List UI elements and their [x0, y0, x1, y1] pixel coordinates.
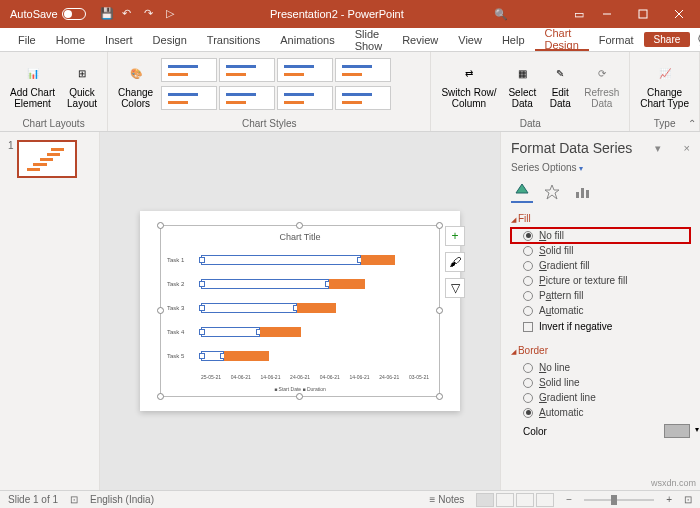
minimize-button[interactable]	[590, 3, 624, 25]
refresh-data-label: Refresh Data	[584, 87, 619, 109]
notes-button[interactable]: ≡ Notes	[430, 494, 465, 505]
series-options-dropdown[interactable]: Series Options	[511, 162, 690, 173]
chart-filters-button[interactable]: ▽	[445, 278, 465, 298]
border-section-title[interactable]: Border	[511, 345, 690, 356]
chart-plot-area[interactable]: Task 1 Task 2 Task 3 Task 4 Task 5	[201, 248, 429, 368]
save-icon[interactable]: 💾	[100, 7, 114, 21]
switch-row-column-button[interactable]: ⇄ Switch Row/ Column	[437, 59, 500, 111]
selection-handle[interactable]	[436, 393, 443, 400]
autosave-toggle[interactable]: AutoSave	[4, 8, 92, 20]
selection-handle[interactable]	[296, 222, 303, 229]
tab-insert[interactable]: Insert	[95, 28, 143, 51]
chart-styles-button[interactable]: 🖌	[445, 252, 465, 272]
tab-design[interactable]: Design	[143, 28, 197, 51]
effects-icon[interactable]	[541, 181, 563, 203]
tab-transitions[interactable]: Transitions	[197, 28, 270, 51]
radio-gradient-line[interactable]: Gradient line	[511, 390, 690, 405]
color-swatch[interactable]	[664, 424, 690, 438]
tab-chart-design[interactable]: Chart Design	[535, 28, 589, 51]
chart-style-2[interactable]	[219, 58, 275, 82]
x-axis: 25-05-2104-06-2114-06-2124-06-2104-06-21…	[201, 374, 429, 380]
fit-to-window-button[interactable]: ⊡	[684, 494, 692, 505]
pane-options-icon[interactable]: ▾	[655, 142, 661, 155]
zoom-slider[interactable]	[584, 499, 654, 501]
change-colors-button[interactable]: 🎨 Change Colors	[114, 59, 157, 111]
radio-no-fill[interactable]: No fill	[511, 228, 690, 243]
border-color-picker[interactable]: Color	[511, 420, 690, 442]
select-data-button[interactable]: ▦ Select Data	[504, 59, 540, 111]
change-chart-type-button[interactable]: 📈 Change Chart Type	[636, 59, 693, 111]
selection-handle[interactable]	[436, 222, 443, 229]
quick-layout-button[interactable]: ⊞ Quick Layout	[63, 59, 101, 111]
tab-format[interactable]: Format	[589, 28, 644, 51]
radio-automatic-fill[interactable]: Automatic	[511, 303, 690, 318]
slide-canvas[interactable]: Chart Title Task 1 Task 2 Task 3 Task 4 …	[140, 211, 460, 411]
ribbon-group-type-label: Type	[636, 116, 693, 129]
close-button[interactable]	[662, 3, 696, 25]
zoom-out-button[interactable]: −	[566, 494, 572, 505]
reading-view-button[interactable]	[516, 493, 534, 507]
chart-style-1[interactable]	[161, 58, 217, 82]
svg-rect-5	[576, 192, 579, 198]
category-label: Task 5	[167, 353, 184, 359]
start-icon[interactable]: ▷	[166, 7, 180, 21]
radio-no-line[interactable]: No line	[511, 360, 690, 375]
chart-legend[interactable]: ■ Start Date ■ Duration	[161, 386, 439, 392]
tab-file[interactable]: File	[8, 28, 46, 51]
chart-style-8[interactable]	[335, 86, 391, 110]
close-pane-icon[interactable]: ×	[684, 142, 690, 154]
accessibility-icon[interactable]: ⊡	[70, 494, 78, 505]
tab-slideshow[interactable]: Slide Show	[345, 28, 393, 51]
tab-view[interactable]: View	[448, 28, 492, 51]
add-chart-element-button[interactable]: 📊 Add Chart Element	[6, 59, 59, 111]
selection-handle[interactable]	[157, 307, 164, 314]
radio-picture-fill[interactable]: Picture or texture fill	[511, 273, 690, 288]
radio-solid-fill[interactable]: Solid fill	[511, 243, 690, 258]
selection-handle[interactable]	[296, 393, 303, 400]
fill-line-icon[interactable]	[511, 181, 533, 203]
radio-gradient-fill[interactable]: Gradient fill	[511, 258, 690, 273]
chart-style-7[interactable]	[277, 86, 333, 110]
refresh-icon: ⟳	[590, 61, 614, 85]
redo-icon[interactable]: ↷	[144, 7, 158, 21]
tab-help[interactable]: Help	[492, 28, 535, 51]
checkbox-invert-negative[interactable]: Invert if negative	[511, 318, 690, 335]
chart-object[interactable]: Chart Title Task 1 Task 2 Task 3 Task 4 …	[160, 225, 440, 397]
share-button[interactable]: Share	[644, 32, 691, 47]
chart-style-3[interactable]	[277, 58, 333, 82]
series-options-icon[interactable]	[571, 181, 593, 203]
selection-handle[interactable]	[157, 393, 164, 400]
normal-view-button[interactable]	[476, 493, 494, 507]
fill-section-title[interactable]: Fill	[511, 213, 690, 224]
chart-style-4[interactable]	[335, 58, 391, 82]
category-label: Task 4	[167, 329, 184, 335]
sorter-view-button[interactable]	[496, 493, 514, 507]
maximize-button[interactable]	[626, 3, 660, 25]
slide-thumbnail-1[interactable]	[17, 140, 77, 178]
ribbon-group-data: ⇄ Switch Row/ Column ▦ Select Data ✎ Edi…	[431, 52, 630, 131]
refresh-data-button[interactable]: ⟳ Refresh Data	[580, 59, 623, 111]
language-indicator[interactable]: English (India)	[90, 494, 154, 505]
slideshow-view-button[interactable]	[536, 493, 554, 507]
tab-animations[interactable]: Animations	[270, 28, 344, 51]
edit-data-button[interactable]: ✎ Edit Data	[544, 59, 576, 111]
chart-elements-button[interactable]: +	[445, 226, 465, 246]
slide-editor[interactable]: Chart Title Task 1 Task 2 Task 3 Task 4 …	[100, 132, 500, 490]
slide-indicator[interactable]: Slide 1 of 1	[8, 494, 58, 505]
ribbon-options-icon[interactable]: ▭	[574, 8, 584, 21]
radio-automatic-line[interactable]: Automatic	[511, 405, 690, 420]
undo-icon[interactable]: ↶	[122, 7, 136, 21]
chart-style-6[interactable]	[219, 86, 275, 110]
chart-style-5[interactable]	[161, 86, 217, 110]
selection-handle[interactable]	[436, 307, 443, 314]
tab-home[interactable]: Home	[46, 28, 95, 51]
chart-style-gallery[interactable]	[161, 58, 401, 112]
tab-review[interactable]: Review	[392, 28, 448, 51]
search-icon[interactable]: 🔍	[494, 8, 508, 21]
radio-pattern-fill[interactable]: Pattern fill	[511, 288, 690, 303]
selection-handle[interactable]	[157, 222, 164, 229]
quick-access-toolbar: 💾 ↶ ↷ ▷	[92, 7, 188, 21]
radio-solid-line[interactable]: Solid line	[511, 375, 690, 390]
zoom-in-button[interactable]: +	[666, 494, 672, 505]
collapse-ribbon-icon[interactable]: ⌃	[688, 118, 696, 129]
